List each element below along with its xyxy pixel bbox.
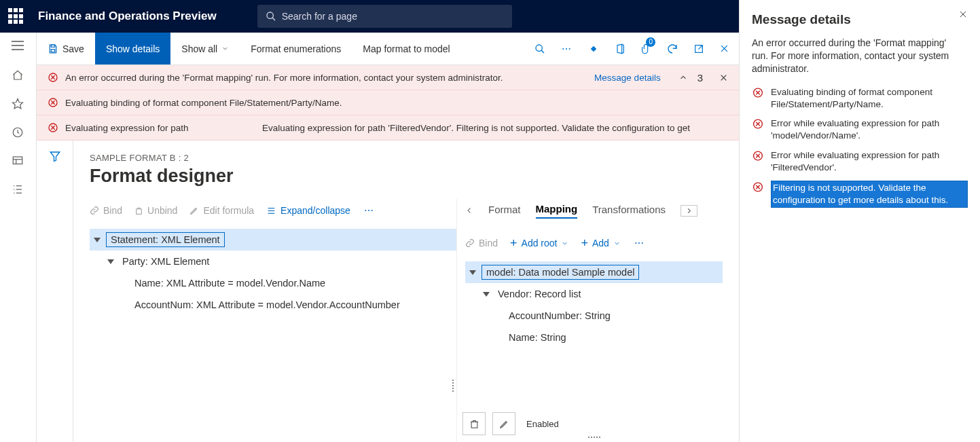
message-bars: An error occurred during the 'Format map…: [37, 65, 739, 141]
message-text-a: Evaluating expression for path: [65, 123, 255, 133]
app-title: Finance and Operations Preview: [38, 10, 217, 23]
tree-node-accountnum[interactable]: AccountNum: XML Attribute = model.Vendor…: [90, 294, 456, 316]
bind-button-right[interactable]: Bind: [465, 238, 498, 248]
chevron-down-icon: [561, 240, 568, 247]
tree-node-name[interactable]: Name: String: [465, 327, 723, 348]
bind-button[interactable]: Bind: [90, 205, 122, 216]
detail-row[interactable]: Error while evaluating expression for pa…: [752, 117, 968, 142]
message-details-panel: Message details An error occurred during…: [739, 0, 980, 442]
edit-formula-button[interactable]: Edit formula: [189, 205, 254, 216]
tree-node-vendor[interactable]: Vendor: Record list: [465, 283, 723, 305]
svg-line-1: [272, 18, 275, 20]
delete-button[interactable]: [462, 412, 486, 435]
svg-point-22: [562, 48, 564, 49]
detail-row[interactable]: Evaluating binding of format component F…: [752, 86, 968, 111]
app-launcher-icon[interactable]: [8, 8, 24, 24]
add-root-button[interactable]: +Add root: [510, 238, 568, 248]
modules-icon[interactable]: [12, 183, 25, 197]
detail-row-selected[interactable]: Filtering is not supported. Validate the…: [752, 181, 968, 208]
tree-node-name[interactable]: Name: XML Attribute = model.Vendor.Name: [90, 272, 456, 294]
svg-rect-19: [51, 49, 54, 52]
unbind-button[interactable]: Unbind: [134, 205, 177, 216]
svg-point-50: [638, 242, 640, 244]
popout-icon[interactable]: [693, 43, 704, 54]
tree-node-accountnumber[interactable]: AccountNumber: String: [465, 305, 723, 327]
error-icon: [752, 181, 764, 193]
show-all-button[interactable]: Show all: [170, 33, 240, 65]
show-details-label: Show details: [106, 43, 160, 54]
tab-prev-icon[interactable]: [465, 206, 473, 215]
global-search[interactable]: [257, 5, 512, 28]
clock-icon[interactable]: [12, 126, 25, 140]
tree-node-statement[interactable]: Statement: XML Element: [90, 229, 456, 251]
error-icon: [752, 118, 764, 130]
overflow-icon[interactable]: [560, 43, 573, 54]
svg-marker-7: [12, 99, 22, 109]
filter-column: [37, 141, 73, 442]
map-format-button[interactable]: Map format to model: [352, 33, 460, 65]
tab-transformations[interactable]: Transformations: [592, 204, 666, 218]
workspace-icon[interactable]: [12, 155, 25, 168]
enabled-label: Enabled: [526, 419, 559, 429]
bottom-tools: Enabled: [457, 412, 723, 435]
toolbar-search-icon[interactable]: [534, 43, 545, 54]
chevron-down-icon: [613, 240, 621, 247]
error-icon: [48, 122, 58, 133]
page-title: Format designer: [90, 166, 723, 187]
error-icon: [48, 72, 58, 83]
detail-text: Evaluating binding of format component F…: [771, 86, 968, 111]
close-icon[interactable]: [719, 43, 729, 54]
office-icon[interactable]: [615, 43, 625, 55]
tree-node-party[interactable]: Party: XML Element: [90, 251, 456, 272]
message-bar-3: Evaluating expression for path Evaluatin…: [37, 115, 739, 141]
save-button[interactable]: Save: [37, 33, 95, 65]
detail-text: Error while evaluating expression for pa…: [771, 117, 968, 142]
tab-next-icon[interactable]: [680, 205, 697, 217]
detail-text: Filtering is not supported. Validate the…: [771, 181, 968, 208]
svg-rect-25: [591, 45, 596, 51]
message-close-icon[interactable]: [719, 73, 728, 82]
hamburger-icon[interactable]: [12, 41, 25, 54]
tab-mapping[interactable]: Mapping: [536, 203, 578, 219]
svg-rect-42: [137, 208, 142, 214]
edit-button[interactable]: [492, 412, 515, 435]
message-text: Evaluating binding of format component F…: [65, 98, 342, 108]
svg-point-48: [371, 210, 373, 211]
action-toolbar: Save Show details Show all Format enumer…: [37, 33, 739, 65]
attachments-icon[interactable]: 0: [640, 43, 651, 55]
message-details-link[interactable]: Message details: [594, 73, 661, 83]
svg-point-0: [267, 12, 273, 18]
add-button[interactable]: +Add: [581, 238, 620, 248]
message-count: 3: [697, 72, 703, 84]
panel-close-icon[interactable]: [958, 10, 968, 19]
star-icon[interactable]: [12, 98, 25, 111]
mapping-pane: Format Mapping Transformations Bind +Add…: [456, 199, 723, 442]
refresh-icon[interactable]: [666, 43, 678, 55]
save-label: Save: [62, 43, 84, 54]
svg-point-46: [365, 210, 366, 211]
message-text: An error occurred during the 'Format map…: [65, 73, 503, 83]
diamond-icon[interactable]: [587, 43, 600, 55]
tree-node-model[interactable]: model: Data model Sample model: [465, 261, 723, 283]
search-icon: [266, 11, 276, 22]
main-content: SAMPLE FORMAT B : 2 Format designer Bind…: [37, 141, 739, 442]
tab-format[interactable]: Format: [488, 204, 521, 218]
home-icon[interactable]: [12, 69, 25, 83]
svg-point-49: [635, 242, 636, 244]
expand-collapse-button[interactable]: Expand/collapse: [266, 205, 350, 216]
message-bar-2: Evaluating binding of format component F…: [37, 90, 739, 115]
collapse-icon[interactable]: [678, 73, 688, 82]
error-icon: [48, 97, 58, 108]
svg-point-24: [569, 48, 570, 49]
svg-rect-18: [51, 45, 54, 47]
filter-icon[interactable]: [49, 150, 61, 442]
more-icon[interactable]: [633, 238, 645, 248]
model-tree: model: Data model Sample model Vendor: R…: [465, 261, 723, 348]
panel-title: Message details: [752, 12, 968, 27]
panel-summary: An error occurred during the 'Format map…: [752, 37, 962, 75]
more-icon[interactable]: [363, 205, 375, 216]
format-enumerations-button[interactable]: Format enumerations: [240, 33, 352, 65]
detail-row[interactable]: Error while evaluating expression for pa…: [752, 149, 968, 174]
search-input[interactable]: [282, 11, 504, 22]
show-details-button[interactable]: Show details: [95, 33, 170, 65]
